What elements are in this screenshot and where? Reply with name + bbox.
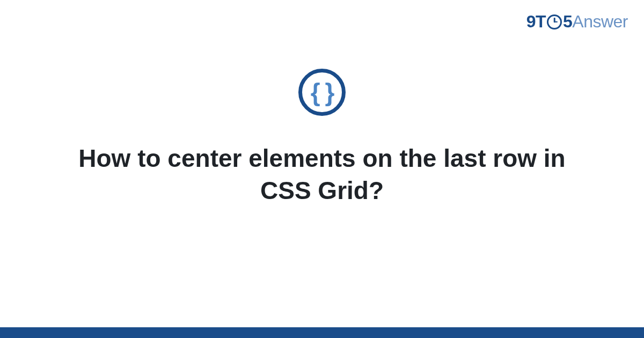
brand-logo: 9T 5 Answer [526, 12, 628, 32]
category-icon-circle: { } [298, 69, 346, 116]
braces-icon: { } [311, 80, 334, 105]
footer-bar [0, 327, 644, 338]
brand-text-5: 5 [563, 12, 572, 32]
brand-text-9t: 9T [526, 12, 546, 32]
page-title: How to center elements on the last row i… [54, 143, 590, 207]
main-content: { } How to center elements on the last r… [0, 69, 644, 207]
clock-icon [547, 14, 562, 30]
brand-text-answer: Answer [572, 12, 628, 32]
